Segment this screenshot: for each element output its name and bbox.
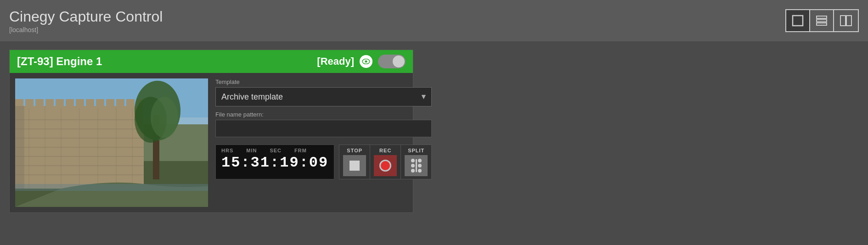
svg-rect-33 — [76, 99, 84, 108]
title-block: Cinegy Capture Control [localhost] — [9, 8, 163, 33]
template-select-wrapper: Archive template Template 2 Template 3 ▼ — [215, 87, 432, 106]
video-preview — [15, 78, 208, 207]
template-label: Template — [215, 78, 432, 85]
split-view-button[interactable] — [834, 10, 858, 31]
svg-rect-0 — [793, 16, 803, 26]
svg-rect-29 — [35, 99, 44, 108]
stop-button[interactable] — [343, 155, 366, 176]
engine-body: Template Archive template Template 2 Tem… — [10, 73, 413, 212]
engine-status-group: [Ready] — [317, 55, 406, 68]
svg-rect-4 — [840, 16, 845, 26]
svg-rect-1 — [817, 16, 827, 18]
stop-label: STOP — [347, 148, 362, 153]
main-content: [ZT-93] Engine 1 [Ready] — [0, 41, 868, 221]
split-icon — [411, 159, 422, 173]
svg-rect-31 — [56, 99, 64, 108]
timecode-value: 15:31:19:09 — [221, 154, 328, 171]
svg-rect-5 — [846, 16, 851, 26]
filename-section: File name pattern: — [215, 111, 432, 137]
split-button[interactable] — [405, 155, 428, 176]
split-group: SPLIT — [401, 145, 431, 179]
engine-panel: [ZT-93] Engine 1 [Ready] — [9, 50, 413, 213]
seconds-label: SEC — [270, 148, 282, 153]
eye-icon — [360, 55, 372, 68]
split-left-dots — [411, 159, 415, 173]
toggle-knob — [393, 56, 405, 67]
svg-rect-3 — [817, 23, 827, 25]
svg-rect-36 — [106, 99, 114, 108]
svg-rect-34 — [86, 99, 94, 108]
filename-input[interactable] — [215, 120, 432, 137]
view-buttons-group — [785, 9, 859, 32]
single-view-button[interactable] — [786, 10, 810, 31]
frames-label: FRM — [294, 148, 307, 153]
engine-toggle[interactable] — [378, 55, 406, 68]
app-header: Cinegy Capture Control [localhost] — [0, 0, 868, 41]
timecode-labels: HRS MIN SEC FRM — [221, 148, 328, 153]
engine-name: [ZT-93] Engine 1 — [17, 55, 102, 68]
svg-rect-2 — [817, 20, 827, 22]
svg-rect-40 — [15, 106, 24, 189]
rec-group: REC — [370, 145, 401, 179]
hours-label: HRS — [221, 148, 233, 153]
controls-area: Template Archive template Template 2 Tem… — [215, 78, 432, 207]
svg-point-44 — [151, 97, 178, 138]
svg-rect-37 — [116, 99, 124, 108]
engine-status: [Ready] — [317, 56, 354, 67]
svg-rect-38 — [126, 99, 135, 108]
transport-buttons: STOP REC — [339, 145, 432, 179]
svg-rect-28 — [25, 99, 34, 108]
split-label: SPLIT — [408, 148, 424, 153]
svg-rect-35 — [96, 99, 104, 108]
list-view-button[interactable] — [810, 10, 834, 31]
timecode-display: HRS MIN SEC FRM 15:31:19:09 — [215, 145, 334, 179]
filename-label: File name pattern: — [215, 111, 432, 118]
svg-rect-45 — [15, 184, 208, 191]
record-icon — [379, 160, 391, 172]
stop-icon — [349, 161, 360, 171]
record-button[interactable] — [374, 155, 397, 176]
app-title: Cinegy Capture Control — [9, 8, 163, 25]
minutes-label: MIN — [246, 148, 257, 153]
template-section: Template Archive template Template 2 Tem… — [215, 78, 432, 106]
svg-point-7 — [365, 61, 367, 63]
stop-group: STOP — [339, 145, 370, 179]
split-right-dots — [418, 159, 422, 173]
app-subtitle: [localhost] — [9, 26, 163, 33]
template-select[interactable]: Archive template Template 2 Template 3 — [215, 87, 432, 106]
split-center-bar — [416, 159, 417, 172]
svg-rect-32 — [66, 99, 74, 108]
svg-rect-30 — [45, 99, 54, 108]
rec-label: REC — [379, 148, 391, 153]
engine-header: [ZT-93] Engine 1 [Ready] — [10, 50, 413, 73]
transport-row: HRS MIN SEC FRM 15:31:19:09 STOP — [215, 145, 432, 179]
preview-image — [15, 78, 208, 207]
